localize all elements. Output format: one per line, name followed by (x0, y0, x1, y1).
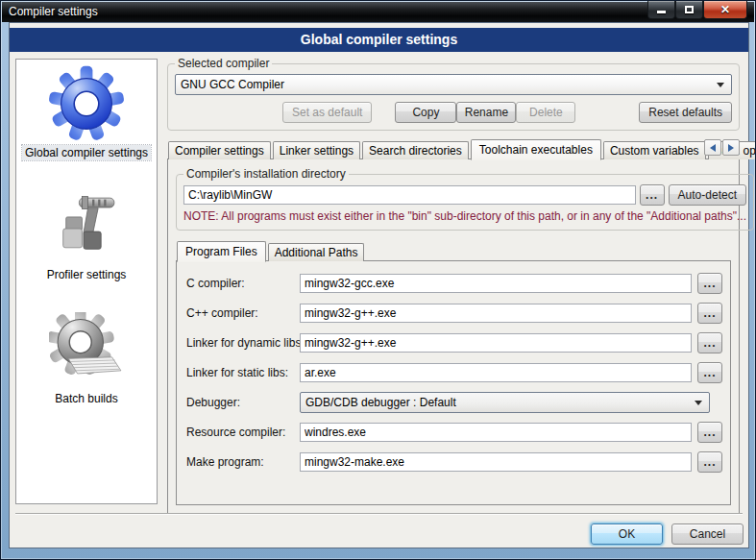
program-files-page: C compiler: ... C++ compiler: ... Linker… (176, 260, 731, 505)
close-icon: ✕ (720, 4, 730, 15)
dynamic-linker-input[interactable] (300, 333, 692, 353)
minimize-button[interactable] (647, 1, 675, 19)
field-label: C compiler: (186, 277, 294, 290)
gray-gear-papers-icon (46, 311, 127, 388)
browse-dynamic-linker-button[interactable]: ... (697, 332, 722, 353)
field-label: Linker for dynamic libs: (186, 336, 294, 350)
reset-defaults-button[interactable]: Reset defaults (639, 102, 732, 123)
tab-toolchain-executables[interactable]: Toolchain executables (471, 139, 601, 160)
footer-separator (15, 513, 743, 515)
copy-button[interactable]: Copy (395, 102, 456, 123)
browse-cpp-compiler-button[interactable]: ... (697, 303, 722, 324)
field-row-static-linker: Linker for static libs: ... (186, 362, 722, 383)
tab-custom-variables[interactable]: Custom variables (603, 141, 706, 159)
selected-compiler-group: Selected compiler GNU GCC Compiler Set a… (167, 57, 740, 131)
c-compiler-input[interactable] (300, 274, 692, 293)
browse-make-program-button[interactable]: ... (697, 451, 722, 473)
static-linker-input[interactable] (300, 363, 692, 382)
tab-scroll-left-button[interactable] (704, 139, 721, 156)
field-row-dynamic-linker: Linker for dynamic libs: ... (186, 332, 722, 353)
note-text: NOTE: All programs must exist either in … (183, 209, 746, 223)
field-row-make-program: Make program: ... (186, 451, 722, 473)
sidebar-item-label: Global compiler settings (22, 145, 151, 160)
toolchain-executables-page: Compiler's installation directory ... Au… (167, 158, 740, 514)
maximize-button[interactable] (675, 1, 703, 19)
delete-button[interactable]: Delete (516, 102, 575, 123)
set-as-default-button[interactable]: Set as default (282, 102, 372, 123)
installation-directory-group: Compiler's installation directory ... Au… (176, 167, 754, 231)
field-label: Make program: (186, 455, 294, 469)
window-title: Compiler settings (9, 5, 98, 18)
main-pane: Selected compiler GNU GCC Compiler Set a… (167, 57, 740, 514)
rename-button[interactable]: Rename (456, 102, 516, 123)
compiler-settings-dialog: Compiler settings ✕ Global compiler sett… (0, 0, 756, 560)
minimize-icon (657, 11, 666, 13)
field-label: Debugger: (186, 396, 294, 409)
files-subtabstrip: Program Files Additional Paths (176, 240, 731, 261)
titlebar[interactable]: Compiler settings (2, 2, 754, 22)
ok-button[interactable]: OK (591, 523, 663, 545)
resource-compiler-input[interactable] (300, 423, 692, 442)
field-row-resource-compiler: Resource compiler: ... (186, 422, 722, 443)
tab-linker-settings[interactable]: Linker settings (273, 141, 360, 159)
auto-detect-button[interactable]: Auto-detect (669, 184, 746, 206)
debugger-select[interactable]: GDB/CDB debugger : Default (300, 392, 710, 413)
compiler-actions: Set as default Copy Rename Delete Reset … (175, 102, 732, 123)
sidebar-item-profiler-settings[interactable]: Profiler settings (44, 187, 130, 282)
dialog-body: Global compiler settings (9, 22, 749, 548)
maximize-icon (685, 6, 694, 13)
chevron-down-icon (717, 83, 724, 87)
sidebar-item-global-compiler-settings[interactable]: Global compiler settings (22, 65, 151, 160)
browse-directory-button[interactable]: ... (640, 184, 665, 206)
browse-static-linker-button[interactable]: ... (697, 362, 722, 383)
debugger-select-value: GDB/CDB debugger : Default (305, 396, 456, 409)
field-row-c-compiler: C compiler: ... (186, 273, 722, 294)
calipers-icon (46, 187, 127, 264)
subtab-program-files[interactable]: Program Files (177, 241, 266, 262)
tab-scroll-buttons (704, 139, 740, 156)
page-title: Global compiler settings (10, 28, 748, 52)
tab-compiler-settings[interactable]: Compiler settings (168, 141, 271, 159)
sidebar-item-label: Batch builds (52, 391, 120, 406)
subtab-additional-paths[interactable]: Additional Paths (268, 243, 365, 261)
browse-c-compiler-button[interactable]: ... (697, 273, 722, 294)
sidebar-item-label: Profiler settings (44, 267, 130, 282)
window-controls: ✕ (647, 1, 747, 19)
cpp-compiler-input[interactable] (300, 304, 692, 323)
field-label: Resource compiler: (186, 426, 294, 439)
field-label: Linker for static libs: (186, 366, 294, 379)
cancel-button[interactable]: Cancel (671, 523, 744, 545)
field-row-debugger: Debugger: GDB/CDB debugger : Default (186, 392, 722, 413)
chevron-down-icon (695, 401, 702, 405)
settings-tabstrip: Compiler settings Linker settings Search… (167, 138, 740, 159)
field-row-cpp-compiler: C++ compiler: ... (186, 303, 722, 324)
footer-buttons: OK Cancel (591, 523, 744, 545)
close-button[interactable]: ✕ (703, 1, 747, 19)
tab-scroll-right-button[interactable] (722, 139, 740, 156)
browse-resource-compiler-button[interactable]: ... (697, 422, 722, 443)
compiler-select[interactable]: GNU GCC Compiler (175, 74, 732, 95)
sidebar-item-batch-builds[interactable]: Batch builds (46, 311, 127, 406)
field-label: C++ compiler: (186, 306, 294, 320)
installation-directory-label: Compiler's installation directory (183, 167, 349, 181)
make-program-input[interactable] (300, 452, 692, 472)
arrow-right-icon (728, 144, 734, 152)
installation-directory-input[interactable] (183, 185, 636, 205)
tab-search-directories[interactable]: Search directories (362, 141, 469, 159)
blue-gear-icon (46, 65, 127, 142)
settings-category-sidebar: Global compiler settings (15, 59, 158, 504)
compiler-select-value: GNU GCC Compiler (181, 78, 284, 91)
selected-compiler-group-label: Selected compiler (175, 57, 272, 70)
arrow-left-icon (710, 144, 716, 152)
